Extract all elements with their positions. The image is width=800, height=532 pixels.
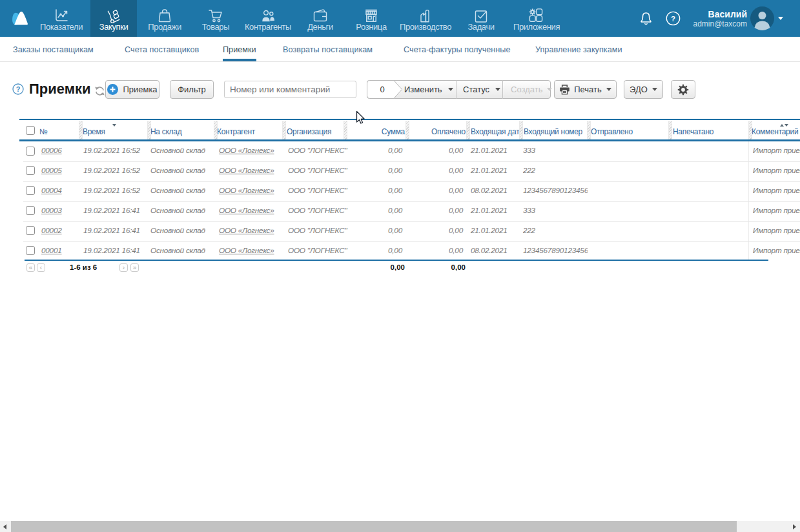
svg-text:?: ? <box>671 15 675 23</box>
svg-text:?: ? <box>16 85 21 93</box>
